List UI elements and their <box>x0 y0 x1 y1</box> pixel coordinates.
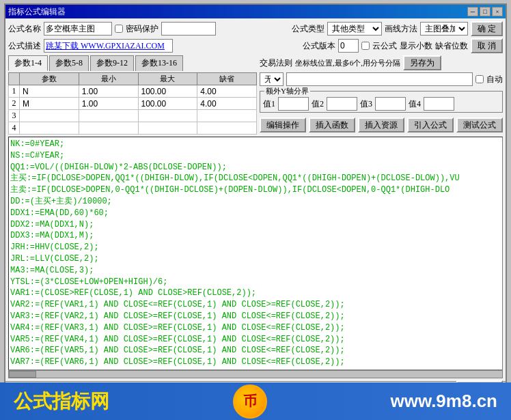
auto-checkbox[interactable] <box>475 75 484 83</box>
row-min[interactable] <box>79 110 138 122</box>
val3-label: 值3 <box>360 98 372 110</box>
param-input[interactable] <box>21 123 77 134</box>
row-num: 4 <box>9 122 20 135</box>
cloud-checkbox[interactable] <box>361 42 370 50</box>
code-line: MA3:=MA(CLOSE,3); <box>10 265 501 277</box>
scrollbar-thumb[interactable] <box>9 371 36 378</box>
default-input[interactable] <box>199 86 255 97</box>
max-input[interactable] <box>140 86 196 97</box>
min-input[interactable] <box>81 111 137 122</box>
row-param[interactable] <box>20 122 79 135</box>
left-panel: 参数1-4 参数5-8 参数9-12 参数13-16 参数 最小 最大 缺省 <box>8 55 257 137</box>
code-line: VAR2:=(REF(VAR1,1) AND CLOSE<=REF(CLOSE,… <box>10 299 501 311</box>
trade-rule-input-row: 无 自动 <box>260 72 503 86</box>
row-param[interactable] <box>20 110 79 122</box>
row-min[interactable] <box>79 122 138 135</box>
val4-input[interactable] <box>424 97 454 111</box>
row-min[interactable] <box>79 98 138 110</box>
default-input[interactable] <box>199 123 255 134</box>
saveas-button[interactable]: 另存为 <box>403 55 441 70</box>
param-table: 参数 最小 最大 缺省 1 2 3 <box>8 72 257 135</box>
import-formula-button[interactable]: 引入公式 <box>407 117 454 132</box>
formula-name-input[interactable] <box>44 22 112 36</box>
window-title: 指标公式编辑器 <box>8 6 66 18</box>
tab-param-1-4[interactable]: 参数1-4 <box>8 55 48 71</box>
formula-version-input[interactable] <box>338 39 359 53</box>
code-line: 主卖:=IF(DCLOSE>DOPEN,0-QQ1*((DHIGH-DCLOSE… <box>10 184 501 196</box>
tab-param-13-16[interactable]: 参数13-16 <box>135 55 183 71</box>
coord-pos-label: 坐标线位置,最多6个,用分号分隔 <box>295 58 400 68</box>
row-num: 3 <box>9 110 20 122</box>
minimize-button[interactable]: ─ <box>467 7 478 16</box>
code-line: YTSL:=(3*CLOSE+LOW+OPEN+HIGH)/6; <box>10 277 501 288</box>
code-line: JRH:=HHV(CLOSE,2); <box>10 242 501 253</box>
formula-name-row: 公式名称 密码保护 公式类型 其他类型 画线方法 主图叠加 确 定 <box>8 21 503 36</box>
row-max[interactable] <box>138 85 197 98</box>
watermark-area: 公式指标网 币 www.9m8.cn <box>0 382 511 420</box>
formula-type-select[interactable]: 其他类型 <box>327 22 382 36</box>
param-input[interactable] <box>21 98 77 109</box>
param-tabs: 参数1-4 参数5-8 参数9-12 参数13-16 <box>8 55 257 71</box>
close-button[interactable]: × <box>492 7 503 16</box>
formula-desc-label: 公式描述 <box>8 40 41 52</box>
code-line: DDX2:=MA(DDX1,N); <box>10 219 501 231</box>
code-line: NS:=C#YEAR; <box>10 150 501 162</box>
cancel-button[interactable]: 取 消 <box>471 38 503 53</box>
code-line: 主买:=IF(DCLOSE>DOPEN,QQ1*((DHIGH-DLOW),IF… <box>10 173 501 184</box>
code-line: VAR7:=(REF(VAR6,1) AND CLOSE>=REF(CLOSE,… <box>10 356 501 368</box>
insert-func-button[interactable]: 插入函数 <box>309 117 355 132</box>
tab-param-5-8[interactable]: 参数5-8 <box>49 55 89 71</box>
val1-label: 值1 <box>263 98 275 110</box>
max-input[interactable] <box>140 98 196 109</box>
outer-y-title: 额外Y轴分界 <box>264 86 310 96</box>
row-max[interactable] <box>138 98 197 110</box>
insert-source-button[interactable]: 插入资源 <box>358 117 404 132</box>
row-param[interactable] <box>20 85 79 98</box>
default-input[interactable] <box>199 111 255 122</box>
formula-desc-input[interactable]: 跳某下载 WWW.GPXIAZAI.COM <box>44 39 173 53</box>
min-input[interactable] <box>81 98 137 109</box>
horizontal-scrollbar[interactable] <box>8 370 503 378</box>
default-digits-label: 缺省位数 <box>435 40 468 52</box>
watermark-logo-text: 币 <box>243 392 257 410</box>
trade-rule-select[interactable]: 无 <box>260 72 284 86</box>
param-input[interactable] <box>21 86 77 97</box>
col-default: 缺省 <box>197 73 257 85</box>
val3-input[interactable] <box>375 97 406 111</box>
test-formula-button[interactable]: 测试公式 <box>456 117 503 132</box>
val1-input[interactable] <box>278 97 309 111</box>
default-input[interactable] <box>199 98 255 109</box>
edit-ops-button[interactable]: 编辑操作 <box>260 117 306 132</box>
max-input[interactable] <box>140 123 196 134</box>
right-panel: 交易法则 坐标线位置,最多6个,用分号分隔 另存为 无 自动 额外Y轴分界 <box>260 55 503 137</box>
formula-version-label: 公式版本 <box>303 40 335 52</box>
draw-method-select[interactable]: 主图叠加 <box>420 22 468 36</box>
row-num: 2 <box>9 98 20 110</box>
main-body: 参数1-4 参数5-8 参数9-12 参数13-16 参数 最小 最大 缺省 <box>8 55 503 137</box>
param-input[interactable] <box>21 111 77 122</box>
draw-method-label: 画线方法 <box>385 23 417 35</box>
row-max[interactable] <box>138 122 197 135</box>
code-line: VAR5:=(REF(VAR4,1) AND CLOSE>=REF(CLOSE,… <box>10 334 501 346</box>
password-checkbox[interactable] <box>115 25 123 33</box>
code-line: JRL:=LLV(CLOSE,2); <box>10 253 501 265</box>
password-input[interactable] <box>161 22 216 36</box>
row-default[interactable] <box>197 122 257 135</box>
row-default[interactable] <box>197 98 257 110</box>
val2-input[interactable] <box>327 97 357 111</box>
code-area[interactable]: NK:=0#YEAR;NS:=C#YEAR;QQ1:=VOL/((DHIGH-D… <box>8 137 503 370</box>
confirm-button[interactable]: 确 定 <box>471 21 503 36</box>
min-input[interactable] <box>81 86 137 97</box>
tab-param-9-12[interactable]: 参数9-12 <box>90 55 134 71</box>
row-max[interactable] <box>138 110 197 122</box>
min-input[interactable] <box>81 123 137 134</box>
row-min[interactable] <box>79 85 138 98</box>
col-min: 最小 <box>79 73 138 85</box>
row-default[interactable] <box>197 110 257 122</box>
max-input[interactable] <box>140 111 196 122</box>
maximize-button[interactable]: □ <box>480 7 491 16</box>
coord-pos-input[interactable] <box>286 72 473 86</box>
col-num <box>9 73 20 85</box>
row-param[interactable] <box>20 98 79 110</box>
row-default[interactable] <box>197 85 257 98</box>
